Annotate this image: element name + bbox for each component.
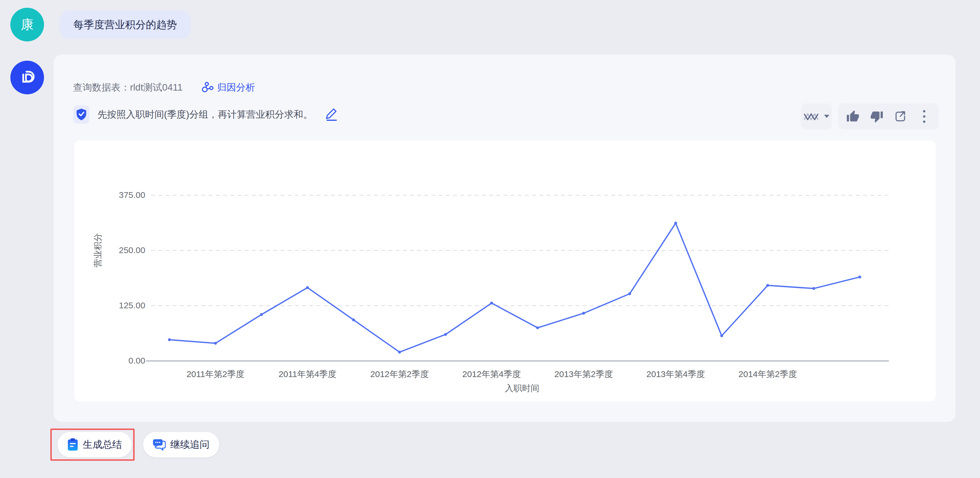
continue-ask-label: 继续追问	[170, 438, 209, 451]
query-table-name: rldt测试0411	[130, 81, 183, 94]
summary-clipboard-icon	[67, 438, 78, 451]
x-tick-label: 2013年第4季度	[646, 368, 705, 380]
trend-line	[169, 223, 860, 352]
chart-type-selector[interactable]	[801, 103, 832, 129]
data-point	[582, 312, 585, 314]
user-message-bubble: 每季度营业积分的趋势	[60, 11, 191, 39]
data-point	[398, 351, 401, 354]
shield-check-icon	[76, 108, 87, 121]
generate-summary-label: 生成总结	[83, 438, 122, 451]
data-point	[674, 222, 677, 225]
data-point	[536, 326, 539, 329]
chart-toolbar	[801, 103, 939, 129]
x-tick-label: 2011年第2季度	[186, 368, 244, 380]
thumbs-up-button[interactable]	[844, 108, 862, 125]
data-point	[766, 284, 769, 287]
x-tick-label: 2012年第4季度	[462, 368, 521, 380]
user-avatar: 康	[10, 8, 44, 41]
attribution-link-label: 归因分析	[217, 81, 255, 94]
line-chart-type-icon	[803, 110, 819, 122]
continue-ask-button[interactable]: 继续追问	[143, 432, 219, 457]
x-tick-label: 2013年第2季度	[554, 368, 612, 380]
x-tick-label: 2012年第2季度	[370, 368, 429, 380]
data-point	[214, 342, 217, 345]
shield-badge	[73, 105, 89, 124]
x-tick-label: 2014年第2季度	[738, 368, 797, 380]
share-button[interactable]	[891, 108, 909, 125]
share-icon	[894, 110, 907, 123]
data-point	[168, 338, 171, 341]
trend-line-chart[interactable]	[74, 140, 936, 402]
query-label: 查询数据表：	[73, 81, 130, 94]
data-point	[720, 334, 723, 337]
data-point	[812, 287, 815, 290]
user-message-text: 每季度营业积分的趋势	[73, 18, 177, 32]
causal-graph-icon	[201, 82, 214, 93]
thumbs-up-icon	[846, 110, 859, 123]
data-point	[352, 318, 355, 321]
data-point	[490, 302, 493, 305]
data-point	[858, 276, 861, 278]
attribution-analysis-link[interactable]: 归因分析	[201, 81, 255, 94]
user-avatar-text: 康	[21, 16, 33, 33]
chevron-down-icon	[824, 115, 829, 118]
assistant-response-card: 查询数据表： rldt测试0411 归因分析 先按照入职时间(季度)分组，再计算…	[54, 55, 956, 422]
thumbs-down-icon	[870, 110, 883, 123]
x-tick-label: 2011年第4季度	[278, 368, 336, 380]
query-data-table-line: 查询数据表： rldt测试0411 归因分析	[73, 81, 255, 94]
vertical-ellipsis-icon	[922, 109, 926, 124]
analysis-row: 先按照入职时间(季度)分组，再计算营业积分求和。	[73, 105, 339, 124]
chat-bubbles-icon	[153, 438, 166, 451]
analysis-description: 先按照入职时间(季度)分组，再计算营业积分求和。	[97, 108, 313, 121]
data-point	[444, 333, 447, 336]
edit-query-button[interactable]	[325, 107, 339, 122]
data-point	[628, 292, 631, 295]
assistant-avatar	[10, 61, 44, 94]
chat-analytics-page: { "user": { "avatar_text": "康", "message…	[0, 0, 980, 478]
more-options-button[interactable]	[915, 108, 933, 125]
chart-panel[interactable]: 营业积分 入职时间 0.00125.00250.00375.002011年第2季…	[74, 140, 936, 402]
feedback-toolbar	[838, 103, 939, 129]
generate-summary-button[interactable]: 生成总结	[57, 432, 132, 457]
data-point	[306, 286, 309, 289]
assistant-logo-d-icon	[17, 68, 37, 88]
data-point	[260, 313, 263, 316]
edit-pencil-icon	[325, 107, 339, 122]
thumbs-down-button[interactable]	[868, 108, 886, 125]
